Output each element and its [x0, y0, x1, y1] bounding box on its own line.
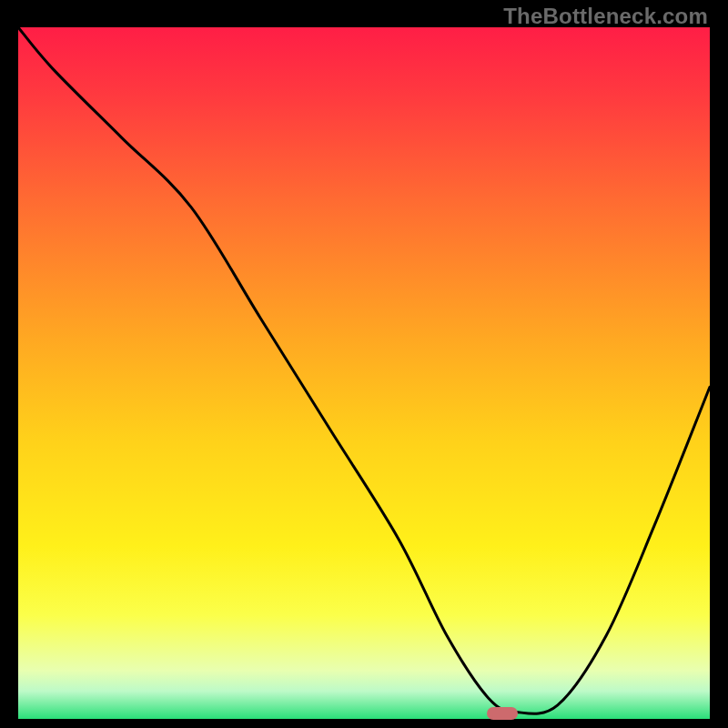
bottleneck-curve: [18, 27, 710, 713]
chart-curve-svg: [18, 27, 710, 719]
chart-frame: [18, 27, 710, 719]
optimal-marker: [487, 707, 518, 720]
attribution-text: TheBottleneck.com: [503, 4, 708, 29]
